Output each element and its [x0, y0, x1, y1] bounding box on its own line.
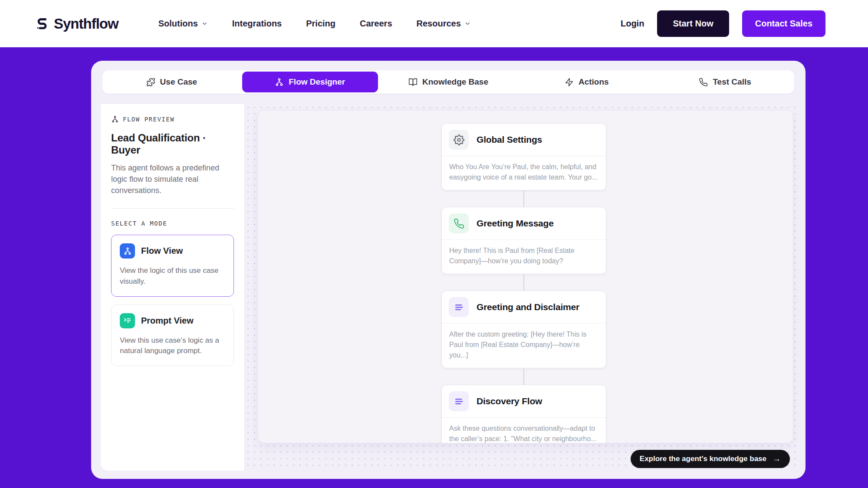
contact-sales-button[interactable]: Contact Sales	[742, 10, 825, 37]
node-title: Discovery Flow	[477, 396, 542, 406]
explore-button-label: Explore the agent's knowledge base	[640, 455, 766, 463]
puzzle-icon	[146, 78, 155, 87]
flow-node-column: Global Settings Who You Are You’re Paul,…	[441, 123, 606, 443]
flow-designer-app-card: Use Case Flow Designer Knowledge Base Ac…	[91, 61, 806, 479]
chevron-down-icon	[201, 20, 208, 27]
nav-resources[interactable]: Resources	[417, 19, 471, 29]
nav-integrations[interactable]: Integrations	[232, 19, 282, 29]
tab-actions[interactable]: Actions	[519, 72, 654, 92]
tab-use-case[interactable]: Use Case	[104, 72, 240, 92]
mode-card-prompt-view[interactable]: Prompt View View this use case’s logic a…	[111, 305, 234, 366]
sidebar-divider	[111, 208, 234, 209]
node-title: Greeting and Disclaimer	[477, 302, 579, 312]
main-nav: Solutions Integrations Pricing Careers R…	[158, 19, 471, 29]
node-header: Greeting and Disclaimer	[442, 291, 606, 323]
node-header: Global Settings	[442, 124, 606, 156]
book-icon	[408, 78, 418, 87]
node-body-text: Who You Are You’re Paul, the calm, helpf…	[442, 156, 606, 190]
flow-connector	[523, 274, 524, 291]
lines-icon	[449, 391, 469, 411]
prompt-view-icon	[120, 313, 135, 328]
node-body-text: Hey there! This is Paul from [Real Estat…	[442, 240, 606, 274]
header-actions: Login Start Now Contact Sales	[621, 10, 825, 37]
synthflow-flow-designer-page: Synthflow Solutions Integrations Pricing…	[0, 0, 868, 488]
flow-node-global-settings[interactable]: Global Settings Who You Are You’re Paul,…	[441, 123, 606, 190]
mode-title: Prompt View	[141, 316, 194, 326]
nav-pricing[interactable]: Pricing	[306, 19, 335, 29]
mode-title: Flow View	[141, 246, 183, 256]
mode-card-flow-view[interactable]: Flow View View the logic of this use cas…	[111, 235, 234, 296]
top-navbar: Synthflow Solutions Integrations Pricing…	[0, 0, 868, 47]
lightning-icon	[565, 78, 574, 87]
use-case-title: Lead Qualification · Buyer	[111, 132, 234, 156]
arrow-right-icon: →	[773, 454, 781, 464]
phone-icon	[699, 78, 708, 87]
node-header: Discovery Flow	[442, 385, 606, 417]
flow-branch-icon	[111, 115, 119, 123]
flow-node-greeting-disclaimer[interactable]: Greeting and Disclaimer After the custom…	[441, 291, 606, 368]
flow-connector	[523, 368, 524, 385]
gear-icon	[449, 130, 469, 150]
flow-connector	[523, 190, 524, 207]
logo-wordmark: Synthflow	[54, 16, 118, 32]
use-case-description: This agent follows a predefined logic fl…	[111, 162, 229, 196]
mode-description: View this use case’s logic as a natural …	[120, 335, 225, 357]
nav-careers[interactable]: Careers	[360, 19, 392, 29]
synthflow-logo-icon	[35, 16, 49, 31]
explore-knowledge-base-button[interactable]: Explore the agent's knowledge base →	[631, 450, 790, 468]
phone-icon	[449, 213, 469, 233]
node-header: Greeting Message	[442, 207, 606, 239]
synthflow-logo[interactable]: Synthflow	[35, 16, 118, 32]
mode-card-header: Flow View	[120, 243, 225, 259]
mode-description: View the logic of this use case visually…	[120, 265, 225, 287]
select-mode-label: SELECT A MODE	[111, 220, 234, 227]
node-title: Global Settings	[477, 134, 542, 145]
flow-preview-label: FLOW PREVIEW	[123, 116, 174, 123]
tab-test-calls[interactable]: Test Calls	[657, 72, 793, 92]
mode-card-header: Prompt View	[120, 313, 225, 328]
app-tab-bar: Use Case Flow Designer Knowledge Base Ac…	[102, 70, 794, 94]
flow-preview-sidebar: FLOW PREVIEW Lead Qualification · Buyer …	[101, 104, 245, 471]
node-title: Greeting Message	[477, 218, 554, 229]
chevron-down-icon	[464, 20, 471, 27]
flow-canvas[interactable]: Global Settings Who You Are You’re Paul,…	[257, 110, 793, 443]
purple-stage: Use Case Flow Designer Knowledge Base Ac…	[0, 47, 868, 488]
flow-branch-icon	[275, 78, 284, 87]
start-now-button[interactable]: Start Now	[657, 10, 729, 37]
node-body-text: Ask these questions conversationally—ada…	[442, 418, 606, 443]
flow-view-icon	[120, 243, 135, 259]
flow-node-greeting-message[interactable]: Greeting Message Hey there! This is Paul…	[441, 207, 606, 274]
lines-icon	[449, 297, 469, 317]
flow-canvas-region: Global Settings Who You Are You’re Paul,…	[245, 104, 796, 471]
node-body-text: After the custom greeting: [Hey there! T…	[442, 324, 606, 368]
tab-flow-designer[interactable]: Flow Designer	[242, 72, 378, 92]
flow-node-discovery-flow[interactable]: Discovery Flow Ask these questions conve…	[441, 385, 606, 443]
flow-preview-eyebrow: FLOW PREVIEW	[111, 115, 234, 123]
nav-solutions[interactable]: Solutions	[158, 19, 208, 29]
tab-knowledge-base[interactable]: Knowledge Base	[381, 72, 516, 92]
login-link[interactable]: Login	[621, 19, 644, 29]
